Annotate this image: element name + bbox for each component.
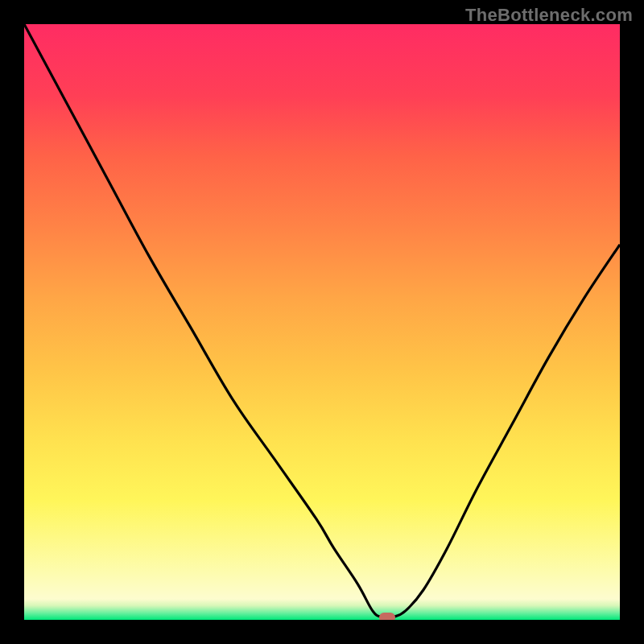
watermark-text: TheBottleneck.com — [465, 5, 633, 26]
chart-frame: TheBottleneck.com — [0, 0, 644, 644]
plot-area — [24, 24, 620, 620]
min-marker — [379, 613, 395, 620]
bottleneck-curve — [24, 24, 620, 620]
